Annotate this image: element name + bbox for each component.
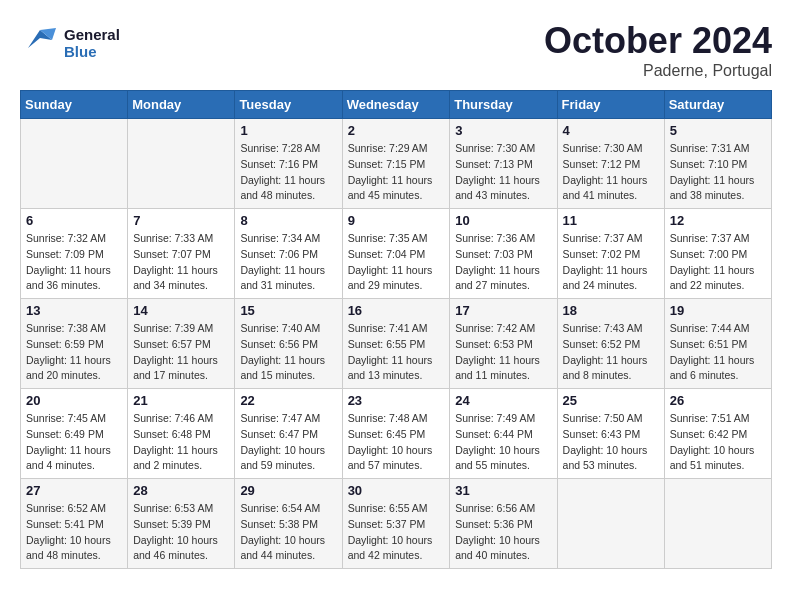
day-info: Sunrise: 7:29 AMSunset: 7:15 PMDaylight:… (348, 141, 445, 204)
day-info: Sunrise: 7:39 AMSunset: 6:57 PMDaylight:… (133, 321, 229, 384)
sunrise-text: Sunrise: 7:33 AM (133, 231, 229, 247)
day-number: 16 (348, 303, 445, 318)
day-number: 15 (240, 303, 336, 318)
day-info: Sunrise: 7:30 AMSunset: 7:12 PMDaylight:… (563, 141, 659, 204)
day-number: 30 (348, 483, 445, 498)
daylight-text: Daylight: 10 hours and 46 minutes. (133, 533, 229, 565)
sunrise-text: Sunrise: 7:46 AM (133, 411, 229, 427)
day-number: 18 (563, 303, 659, 318)
sunset-text: Sunset: 7:10 PM (670, 157, 766, 173)
day-number: 31 (455, 483, 551, 498)
sunrise-text: Sunrise: 7:49 AM (455, 411, 551, 427)
daylight-text: Daylight: 11 hours and 41 minutes. (563, 173, 659, 205)
sunset-text: Sunset: 7:03 PM (455, 247, 551, 263)
day-info: Sunrise: 7:34 AMSunset: 7:06 PMDaylight:… (240, 231, 336, 294)
daylight-text: Daylight: 11 hours and 34 minutes. (133, 263, 229, 295)
sunset-text: Sunset: 6:48 PM (133, 427, 229, 443)
sunset-text: Sunset: 7:06 PM (240, 247, 336, 263)
calendar-week-5: 27Sunrise: 6:52 AMSunset: 5:41 PMDayligh… (21, 479, 772, 569)
sunset-text: Sunset: 6:57 PM (133, 337, 229, 353)
sunrise-text: Sunrise: 7:35 AM (348, 231, 445, 247)
day-number: 27 (26, 483, 122, 498)
calendar-cell: 19Sunrise: 7:44 AMSunset: 6:51 PMDayligh… (664, 299, 771, 389)
calendar-cell: 21Sunrise: 7:46 AMSunset: 6:48 PMDayligh… (128, 389, 235, 479)
daylight-text: Daylight: 10 hours and 51 minutes. (670, 443, 766, 475)
sunset-text: Sunset: 7:04 PM (348, 247, 445, 263)
calendar-cell: 26Sunrise: 7:51 AMSunset: 6:42 PMDayligh… (664, 389, 771, 479)
daylight-text: Daylight: 11 hours and 17 minutes. (133, 353, 229, 385)
day-number: 11 (563, 213, 659, 228)
day-number: 1 (240, 123, 336, 138)
sunrise-text: Sunrise: 7:51 AM (670, 411, 766, 427)
day-info: Sunrise: 6:53 AMSunset: 5:39 PMDaylight:… (133, 501, 229, 564)
logo-general-text: General (64, 26, 120, 43)
calendar-cell: 8Sunrise: 7:34 AMSunset: 7:06 PMDaylight… (235, 209, 342, 299)
sunset-text: Sunset: 7:13 PM (455, 157, 551, 173)
calendar-cell: 25Sunrise: 7:50 AMSunset: 6:43 PMDayligh… (557, 389, 664, 479)
weekday-header-row: SundayMondayTuesdayWednesdayThursdayFrid… (21, 91, 772, 119)
day-info: Sunrise: 7:35 AMSunset: 7:04 PMDaylight:… (348, 231, 445, 294)
sunrise-text: Sunrise: 7:29 AM (348, 141, 445, 157)
sunset-text: Sunset: 6:47 PM (240, 427, 336, 443)
day-number: 5 (670, 123, 766, 138)
daylight-text: Daylight: 11 hours and 27 minutes. (455, 263, 551, 295)
calendar-cell: 29Sunrise: 6:54 AMSunset: 5:38 PMDayligh… (235, 479, 342, 569)
sunrise-text: Sunrise: 6:56 AM (455, 501, 551, 517)
sunrise-text: Sunrise: 6:55 AM (348, 501, 445, 517)
sunrise-text: Sunrise: 7:45 AM (26, 411, 122, 427)
calendar-cell: 5Sunrise: 7:31 AMSunset: 7:10 PMDaylight… (664, 119, 771, 209)
sunrise-text: Sunrise: 7:30 AM (455, 141, 551, 157)
day-info: Sunrise: 7:30 AMSunset: 7:13 PMDaylight:… (455, 141, 551, 204)
daylight-text: Daylight: 11 hours and 11 minutes. (455, 353, 551, 385)
logo-text-block: General Blue (64, 26, 120, 60)
day-info: Sunrise: 7:37 AMSunset: 7:00 PMDaylight:… (670, 231, 766, 294)
sunrise-text: Sunrise: 7:31 AM (670, 141, 766, 157)
weekday-header-thursday: Thursday (450, 91, 557, 119)
sunrise-text: Sunrise: 7:36 AM (455, 231, 551, 247)
logo: General Blue (20, 20, 120, 65)
day-number: 23 (348, 393, 445, 408)
sunrise-text: Sunrise: 7:44 AM (670, 321, 766, 337)
day-info: Sunrise: 7:42 AMSunset: 6:53 PMDaylight:… (455, 321, 551, 384)
calendar-cell (664, 479, 771, 569)
day-info: Sunrise: 7:38 AMSunset: 6:59 PMDaylight:… (26, 321, 122, 384)
sunrise-text: Sunrise: 7:28 AM (240, 141, 336, 157)
daylight-text: Daylight: 10 hours and 55 minutes. (455, 443, 551, 475)
day-info: Sunrise: 7:40 AMSunset: 6:56 PMDaylight:… (240, 321, 336, 384)
calendar-cell: 16Sunrise: 7:41 AMSunset: 6:55 PMDayligh… (342, 299, 450, 389)
daylight-text: Daylight: 11 hours and 24 minutes. (563, 263, 659, 295)
sunset-text: Sunset: 6:53 PM (455, 337, 551, 353)
day-number: 13 (26, 303, 122, 318)
calendar-cell: 31Sunrise: 6:56 AMSunset: 5:36 PMDayligh… (450, 479, 557, 569)
sunset-text: Sunset: 6:59 PM (26, 337, 122, 353)
daylight-text: Daylight: 10 hours and 53 minutes. (563, 443, 659, 475)
day-number: 22 (240, 393, 336, 408)
sunset-text: Sunset: 7:07 PM (133, 247, 229, 263)
weekday-header-friday: Friday (557, 91, 664, 119)
sunrise-text: Sunrise: 7:37 AM (563, 231, 659, 247)
sunset-text: Sunset: 7:15 PM (348, 157, 445, 173)
calendar-cell (21, 119, 128, 209)
calendar-cell: 27Sunrise: 6:52 AMSunset: 5:41 PMDayligh… (21, 479, 128, 569)
sunrise-text: Sunrise: 6:54 AM (240, 501, 336, 517)
day-info: Sunrise: 7:47 AMSunset: 6:47 PMDaylight:… (240, 411, 336, 474)
sunrise-text: Sunrise: 7:50 AM (563, 411, 659, 427)
sunrise-text: Sunrise: 7:37 AM (670, 231, 766, 247)
calendar-cell: 22Sunrise: 7:47 AMSunset: 6:47 PMDayligh… (235, 389, 342, 479)
day-number: 6 (26, 213, 122, 228)
daylight-text: Daylight: 11 hours and 38 minutes. (670, 173, 766, 205)
day-info: Sunrise: 7:32 AMSunset: 7:09 PMDaylight:… (26, 231, 122, 294)
daylight-text: Daylight: 10 hours and 59 minutes. (240, 443, 336, 475)
sunrise-text: Sunrise: 6:52 AM (26, 501, 122, 517)
day-info: Sunrise: 7:46 AMSunset: 6:48 PMDaylight:… (133, 411, 229, 474)
day-number: 9 (348, 213, 445, 228)
month-title: October 2024 (544, 20, 772, 62)
daylight-text: Daylight: 11 hours and 13 minutes. (348, 353, 445, 385)
calendar-cell: 6Sunrise: 7:32 AMSunset: 7:09 PMDaylight… (21, 209, 128, 299)
day-number: 20 (26, 393, 122, 408)
day-info: Sunrise: 7:45 AMSunset: 6:49 PMDaylight:… (26, 411, 122, 474)
calendar-body: 1Sunrise: 7:28 AMSunset: 7:16 PMDaylight… (21, 119, 772, 569)
sunset-text: Sunset: 7:00 PM (670, 247, 766, 263)
daylight-text: Daylight: 10 hours and 48 minutes. (26, 533, 122, 565)
logo-bird-icon (20, 20, 60, 65)
